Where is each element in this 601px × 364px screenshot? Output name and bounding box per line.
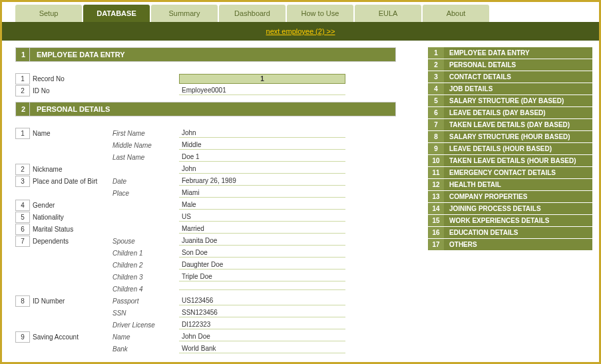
row-num: 1	[15, 128, 30, 139]
field-value-passport[interactable]: US123456	[179, 296, 345, 305]
nav-sidebar: 1EMPLOYEE DATA ENTRY 2PERSONAL DETAILS 3…	[428, 47, 592, 347]
nav-contact-details[interactable]: CONTACT DETAILS	[444, 71, 592, 83]
nav-num: 3	[428, 71, 444, 83]
nav-num: 11	[428, 167, 444, 178]
section-num: 1	[15, 47, 30, 62]
field-label-name: Name	[33, 130, 112, 137]
field-value-marital[interactable]: Married	[179, 224, 345, 234]
field-value-sav-name[interactable]: John Doe	[179, 332, 345, 341]
nav-num: 13	[428, 191, 444, 202]
field-value-c4[interactable]	[179, 288, 345, 290]
nav-num: 15	[428, 215, 444, 226]
field-label-nationality: Nationality	[33, 214, 112, 221]
nav-salary-day[interactable]: SALARY STRUCTURE (DAY BASED)	[444, 95, 592, 106]
nav-num: 2	[428, 59, 444, 71]
row-num: 8	[15, 295, 30, 307]
row-num: 7	[15, 236, 30, 247]
nav-personal-details[interactable]: PERSONAL DETAILS	[444, 59, 592, 71]
field-label-marital: Marital Status	[33, 226, 112, 233]
field-label-gender: Gender	[33, 202, 112, 209]
tab-database[interactable]: DATABASE	[83, 5, 150, 22]
nav-num: 7	[428, 119, 444, 130]
field-label-saving: Saving Account	[33, 333, 112, 341]
tab-dashboard[interactable]: Dashboard	[219, 5, 286, 22]
nav-num: 1	[428, 47, 444, 59]
nav-education[interactable]: EDUCATION DETAILS	[444, 227, 592, 238]
section-header-2: 2 PERSONAL DETAILS	[15, 102, 415, 116]
nav-num: 5	[428, 95, 444, 106]
field-value-id-no[interactable]: Employee0001	[179, 86, 345, 95]
nav-num: 12	[428, 179, 444, 190]
next-employee-link[interactable]: next employee (2) >>	[266, 27, 335, 35]
field-value-bank[interactable]: World Bank	[179, 344, 345, 353]
field-value-last-name[interactable]: Doe 1	[179, 152, 345, 162]
field-value-dl[interactable]: DI122323	[179, 320, 345, 329]
field-value-c2[interactable]: Daughter Doe	[179, 260, 345, 270]
tab-about[interactable]: About	[423, 5, 489, 22]
nav-num: 9	[428, 143, 444, 154]
section-title: EMPLOYEE DATA ENTRY	[30, 47, 396, 62]
sub-spouse: Spouse	[112, 238, 179, 245]
sub-date: Date	[112, 178, 179, 185]
nav-job-details[interactable]: JOB DETAILS	[444, 83, 592, 94]
tab-setup[interactable]: Setup	[15, 5, 82, 22]
nav-emergency[interactable]: EMERGENCY CONTACT DETAILS	[444, 167, 592, 178]
nav-company-prop[interactable]: COMPANY PROPERTIES	[444, 191, 592, 202]
nav-joining[interactable]: JOINING PROCESS DETAILS	[444, 203, 592, 214]
sub-place: Place	[112, 190, 179, 197]
field-label-idnum: ID Number	[33, 297, 112, 305]
sub-first-name: First Name	[112, 130, 179, 137]
section-header-1: 1 EMPLOYEE DATA ENTRY	[15, 47, 415, 62]
nav-leave-day[interactable]: LEAVE DETAILS (DAY BASED)	[444, 107, 592, 118]
sub-passport: Passport	[112, 297, 179, 305]
sub-dl: Driver License	[112, 321, 179, 329]
sub-c4: Children 4	[112, 285, 179, 293]
field-value-place[interactable]: Miami	[179, 188, 345, 198]
nav-leave-hour[interactable]: LEAVE DETAILS (HOUR BASED)	[444, 143, 592, 154]
nav-num: 4	[428, 83, 444, 94]
section-num: 2	[15, 102, 30, 116]
tab-eula[interactable]: EULA	[355, 5, 421, 22]
nav-work-exp[interactable]: WORK EXPERIENCES DETAILS	[444, 215, 592, 226]
field-label-record-no: Record No	[33, 75, 112, 83]
field-value-record-no[interactable]: 1	[179, 74, 345, 84]
field-value-c3[interactable]: Triple Doe	[179, 272, 345, 281]
field-value-nationality[interactable]: US	[179, 212, 345, 222]
sub-bank: Bank	[112, 345, 179, 353]
row-num: 1	[15, 73, 30, 85]
nav-taken-leave-day[interactable]: TAKEN LEAVE DETAILS (DAY BASED)	[444, 119, 592, 130]
field-value-first-name[interactable]: John	[179, 128, 345, 138]
field-label-dep: Dependents	[33, 238, 112, 245]
sub-last-name: Last Name	[112, 154, 179, 161]
nav-others[interactable]: OTHERS	[444, 239, 592, 250]
nav-num: 17	[428, 239, 444, 250]
header-bar: next employee (2) >>	[2, 22, 599, 41]
field-value-c1[interactable]: Son Doe	[179, 248, 345, 258]
field-value-middle-name[interactable]: Middle	[179, 140, 345, 150]
row-num: 9	[15, 331, 30, 343]
sub-ssn: SSN	[112, 309, 179, 317]
field-label-id-no: ID No	[33, 87, 112, 94]
field-value-gender[interactable]: Male	[179, 200, 345, 210]
section-title: PERSONAL DETAILS	[30, 102, 396, 116]
field-value-nickname[interactable]: John	[179, 164, 345, 174]
row-num: 2	[15, 164, 30, 175]
sub-c1: Children 1	[112, 250, 179, 257]
nav-salary-hour[interactable]: SALARY STRUCTURE (HOUR BASED)	[444, 131, 592, 142]
field-label-pdb: Place and Date of Birt	[33, 178, 112, 185]
nav-health[interactable]: HEALTH DETAIL	[444, 179, 592, 190]
nav-employee-data-entry[interactable]: EMPLOYEE DATA ENTRY	[444, 47, 592, 59]
row-num: 2	[15, 85, 30, 96]
row-num: 4	[15, 200, 30, 211]
tab-summary[interactable]: Summary	[151, 5, 218, 22]
field-value-date[interactable]: February 26, 1989	[179, 176, 345, 186]
row-num: 6	[15, 224, 30, 235]
field-value-ssn[interactable]: SSN123456	[179, 308, 345, 317]
sub-sav-name: Name	[112, 333, 179, 341]
field-value-spouse[interactable]: Juanita Doe	[179, 236, 345, 246]
nav-num: 10	[428, 155, 444, 166]
nav-taken-leave-hour[interactable]: TAKEN LEAVE DETAILS (HOUR BASED)	[444, 155, 592, 166]
tab-howto[interactable]: How to Use	[287, 5, 353, 22]
tab-bar: Setup DATABASE Summary Dashboard How to …	[2, 2, 599, 22]
sub-middle-name: Middle Name	[112, 142, 179, 149]
